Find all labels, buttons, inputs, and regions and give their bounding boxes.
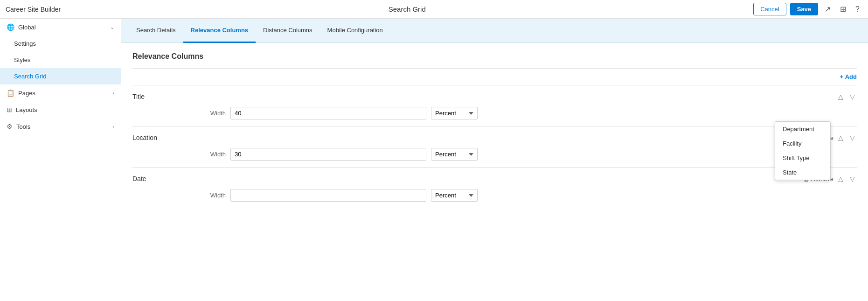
content-area: Relevance Columns + Add Title △ ▽: [121, 43, 868, 217]
column-actions-title: △ ▽: [836, 92, 857, 101]
grid-view-icon[interactable]: ⊞: [837, 3, 849, 15]
add-row-top: + Add: [132, 68, 857, 85]
sidebar-item-layouts[interactable]: ⊞ Layouts: [0, 101, 121, 118]
pages-icon: 📋: [7, 89, 14, 97]
dropdown-item-shift-type[interactable]: Shift Type: [775, 151, 830, 165]
sidebar: 🌐 Global ⌄ Settings Styles Search Grid 📋…: [0, 19, 121, 301]
sidebar-item-settings-label: Settings: [14, 40, 36, 47]
tab-mobile-configuration[interactable]: Mobile Configuration: [320, 19, 390, 43]
column-name-location: Location: [132, 134, 157, 141]
sidebar-item-tools-label: Tools: [16, 123, 30, 130]
column-name-title: Title: [132, 93, 145, 100]
width-unit-date[interactable]: Percent Pixels: [431, 189, 478, 202]
move-down-title-button[interactable]: ▽: [848, 92, 857, 101]
column-row-title: Title △ ▽ Width Percent Pixels: [132, 85, 857, 126]
cancel-button[interactable]: Cancel: [753, 3, 786, 15]
main-content: Search Details Relevance Columns Distanc…: [121, 19, 868, 301]
width-label-location: Width: [207, 151, 226, 158]
expand-icon[interactable]: ↗: [822, 3, 833, 15]
sidebar-item-settings[interactable]: Settings: [0, 35, 121, 52]
width-unit-location[interactable]: Percent Pixels: [431, 148, 478, 161]
chevron-right-icon: ›: [112, 90, 114, 96]
sidebar-item-styles[interactable]: Styles: [0, 52, 121, 68]
global-icon: 🌐: [7, 23, 14, 31]
tab-search-details[interactable]: Search Details: [129, 19, 183, 43]
sidebar-item-pages[interactable]: 📋 Pages ›: [0, 84, 121, 101]
column-name-date: Date: [132, 175, 146, 182]
chevron-right-icon-tools: ›: [112, 124, 114, 129]
move-down-location-button[interactable]: ▽: [848, 133, 857, 142]
save-button[interactable]: Save: [790, 3, 818, 15]
dropdown-item-department[interactable]: Department: [775, 122, 830, 136]
sidebar-item-search-grid-label: Search Grid: [14, 73, 46, 80]
section-title: Relevance Columns: [132, 52, 857, 61]
page-title: Search Grid: [389, 5, 426, 13]
add-dropdown-menu: Department Facility Shift Type State: [775, 121, 831, 180]
tab-bar: Search Details Relevance Columns Distanc…: [121, 19, 868, 43]
layouts-icon: ⊞: [7, 106, 12, 113]
dropdown-item-facility[interactable]: Facility: [775, 136, 830, 151]
move-up-location-button[interactable]: △: [836, 133, 845, 142]
help-icon[interactable]: ?: [853, 4, 862, 15]
sidebar-item-tools[interactable]: ⚙ Tools ›: [0, 118, 121, 135]
column-row-date: Date 🗑 Remove △ ▽ Width Percent: [132, 167, 857, 208]
sidebar-item-global[interactable]: 🌐 Global ⌄: [0, 19, 121, 35]
sidebar-item-pages-label: Pages: [18, 90, 35, 97]
sidebar-item-layouts-label: Layouts: [16, 106, 37, 113]
app-title: Career Site Builder: [6, 6, 61, 13]
sidebar-item-global-label: Global: [18, 24, 36, 31]
tab-distance-columns[interactable]: Distance Columns: [256, 19, 320, 43]
move-up-date-button[interactable]: △: [836, 174, 845, 183]
dropdown-item-state[interactable]: State: [775, 165, 830, 180]
chevron-down-icon: ⌄: [110, 24, 114, 30]
move-up-title-button[interactable]: △: [836, 92, 845, 101]
move-down-date-button[interactable]: ▽: [848, 174, 857, 183]
width-input-date[interactable]: [230, 189, 426, 202]
column-row-location: Location 🗑 Remove △ ▽ Width Percent: [132, 126, 857, 167]
width-label-title: Width: [207, 110, 226, 117]
tab-relevance-columns[interactable]: Relevance Columns: [183, 19, 256, 43]
sidebar-item-styles-label: Styles: [14, 56, 30, 63]
sidebar-item-search-grid[interactable]: Search Grid: [0, 68, 121, 84]
add-button[interactable]: + Add: [840, 73, 857, 80]
tools-icon: ⚙: [7, 123, 13, 130]
plus-icon: +: [840, 73, 843, 80]
width-label-date: Width: [207, 192, 226, 199]
width-input-location[interactable]: [230, 148, 426, 161]
width-unit-title[interactable]: Percent Pixels: [431, 107, 478, 119]
width-input-title[interactable]: [230, 107, 426, 119]
